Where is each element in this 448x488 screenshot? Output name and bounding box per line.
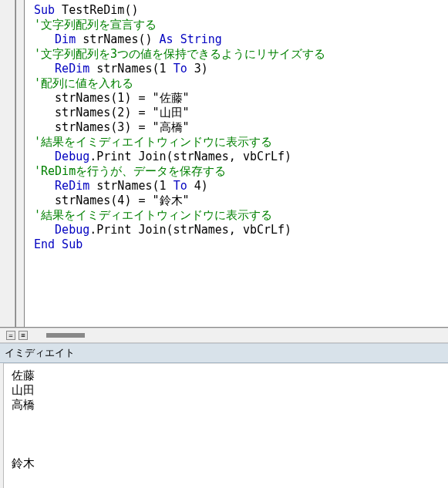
code-editor[interactable]: Sub TestReDim() '文字列配列を宣言する Dim strNames… — [0, 0, 448, 328]
immediate-window-title: イミディエイト — [0, 343, 448, 363]
editor-gutter — [0, 0, 15, 327]
immediate-window-output[interactable]: 佐藤 山田 高橋 鈴木 — [4, 363, 448, 488]
splitter-bar[interactable]: = ≡ — [0, 328, 448, 343]
view-mode-btn-1[interactable]: = — [6, 331, 15, 340]
view-mode-btn-2[interactable]: ≡ — [19, 331, 28, 340]
splitter-grip[interactable] — [46, 333, 85, 338]
editor-margin — [15, 0, 25, 327]
code-content[interactable]: Sub TestReDim() '文字列配列を宣言する Dim strNames… — [25, 0, 448, 327]
